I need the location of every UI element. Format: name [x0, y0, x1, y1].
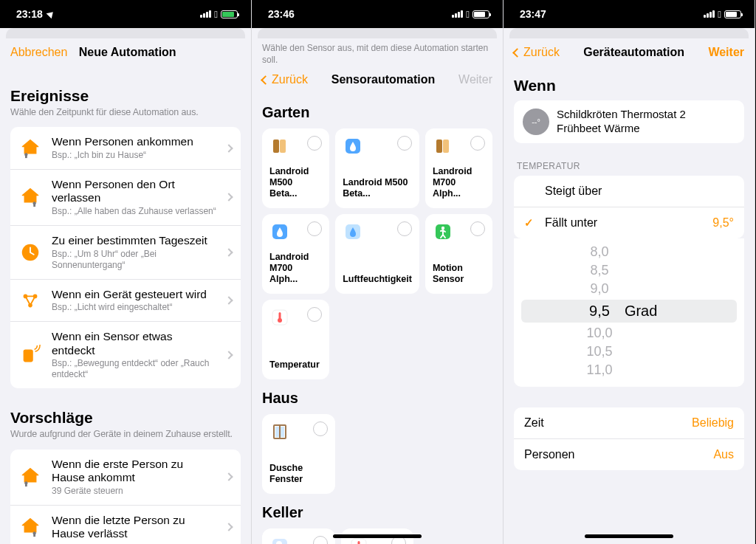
suggestions-heading: Vorschläge [10, 409, 241, 427]
picker-row[interactable]: 10,5 [514, 342, 744, 361]
content-scroll[interactable]: Ereignisse Wähle den Zeitpunkt für diese… [0, 66, 251, 544]
next-button[interactable]: Weiter [708, 46, 744, 59]
event-row-arrive[interactable]: Wenn Personen ankommen Bsp.: „Ich bin zu… [10, 127, 241, 169]
navbar: Zurück Geräteautomation Weiter [504, 38, 755, 66]
home-indicator[interactable] [585, 534, 673, 538]
nav-title: Sensorautomation [331, 73, 435, 86]
radio-unchecked-icon[interactable] [307, 221, 322, 236]
status-bar: 23:46 􀙇 [252, 0, 503, 28]
suggestions-list: Wenn die erste Person zu Hause ankommt 3… [10, 450, 241, 544]
sensor-tile[interactable]: Temperatur [262, 300, 329, 379]
back-button[interactable]: Zurück [514, 46, 560, 59]
status-time: 23:47 [520, 8, 546, 20]
sensor-tile[interactable]: Landroid M700 Alph... [425, 128, 492, 208]
sensor-icon [18, 342, 43, 368]
back-button[interactable]: Zurück [262, 73, 308, 86]
sensor-tile[interactable]: Luftfeuchtigkeit [335, 214, 419, 294]
sensor-tile[interactable]: Dusche Fenster [262, 414, 335, 494]
screen-sensor-automation: 23:46 􀙇 Wähle den Sensor aus, mit dem di… [252, 0, 504, 544]
radio-unchecked-icon[interactable] [313, 421, 328, 436]
clock-icon [18, 240, 43, 265]
condition-time[interactable]: Zeit Beliebig [514, 407, 744, 438]
content-scroll[interactable]: Wenn --° Schildkröten Thermostat 2 Frühb… [504, 66, 755, 544]
picker-row[interactable]: 9,5Grad [521, 300, 737, 323]
svg-rect-13 [273, 140, 279, 153]
picker-row[interactable]: 8,0 [514, 243, 744, 261]
room-heading: Garten [262, 104, 492, 121]
sensor-tile[interactable]: Landroid M700 Alph... [262, 214, 329, 294]
suggestion-row-first-arrive[interactable]: Wenn die erste Person zu Hause ankommt 3… [10, 450, 241, 505]
svg-rect-3 [33, 204, 35, 207]
radio-unchecked-icon[interactable] [307, 307, 322, 322]
row-sub: 39 Geräte steuern [52, 486, 217, 497]
status-time: 23:18 [16, 8, 43, 20]
motion-icon [433, 221, 453, 242]
row-sub: Bsp.: „Alle haben das Zuhause verlassen“ [52, 206, 217, 217]
picker-value: 9,5 [589, 303, 610, 320]
row-title: Wenn ein Gerät gesteuert wird [52, 288, 217, 302]
chevron-right-icon [224, 296, 233, 304]
row-title: Wenn die erste Person zu Hause ankommt [52, 458, 217, 485]
suggestion-row-last-leave[interactable]: Wenn die letzte Person zu Hause verlässt [10, 505, 241, 544]
row-title: Wenn Personen ankommen [52, 135, 217, 149]
cancel-button[interactable]: Abbrechen [10, 46, 67, 59]
home-indicator[interactable] [333, 534, 422, 538]
picker-row[interactable]: 10,0 [514, 324, 744, 342]
tile-label: Landroid M500 Beta... [269, 166, 322, 199]
contact-icon [269, 136, 290, 156]
row-title: Wenn ein Sensor etwas entdeckt [52, 330, 217, 357]
picker-row[interactable]: 11,0 [514, 361, 744, 379]
event-row-time[interactable]: Zu einer bestimmten Tageszeit Bsp.: „Um … [10, 225, 241, 279]
radio-unchecked-icon[interactable] [470, 221, 485, 236]
temperature-picker[interactable]: 8,08,59,09,5Grad10,010,511,0 [514, 238, 744, 387]
sensor-tile[interactable]: Landroid M500 Beta... [335, 128, 419, 208]
temp-icon [269, 307, 290, 328]
picker-row[interactable]: 9,0 [514, 280, 744, 298]
suggestions-sub: Wurde aufgrund der Geräte in deinem Zuha… [10, 428, 241, 440]
sensor-tile[interactable] [262, 528, 335, 544]
sensor-tile[interactable]: Motion Sensor [425, 214, 492, 294]
signal-icon [200, 10, 211, 18]
picker-value: 8,5 [590, 263, 608, 278]
condition-people[interactable]: Personen Aus [514, 438, 744, 470]
nav-title: Neue Automation [79, 46, 176, 59]
events-sub: Wähle den Zeitpunkt für diese Automation… [10, 106, 241, 118]
svg-point-24 [278, 318, 282, 323]
svg-rect-27 [275, 427, 279, 437]
svg-rect-31 [357, 541, 360, 544]
radio-unchecked-icon[interactable] [470, 136, 485, 151]
event-row-leave[interactable]: Wenn Personen den Ort verlassen Bsp.: „A… [10, 169, 241, 225]
tiles-grid: Landroid M500 Beta...Landroid M500 Beta.… [262, 128, 492, 379]
radio-unchecked-icon[interactable] [397, 221, 412, 236]
screen-new-automation: 23:18 􀙇 Abbrechen Neue Automation Ereign… [0, 0, 252, 544]
hint-text: Wähle den Sensor aus, mit dem diese Auto… [252, 38, 503, 66]
device-row[interactable]: --° Schildkröten Thermostat 2 Frühbeet W… [514, 100, 744, 143]
next-button[interactable]: Weiter [458, 73, 492, 86]
tile-label: Luftfeuchtigkeit [343, 274, 412, 285]
tile-label: Landroid M700 Alph... [433, 166, 485, 199]
house-arrive-icon [18, 136, 43, 161]
threshold-rises-above[interactable]: Steigt über [514, 176, 744, 207]
svg-rect-12 [33, 534, 35, 537]
row-sub: Bsp.: „Bewegung entdeckt“ oder „Rauch en… [52, 358, 217, 380]
radio-unchecked-icon[interactable] [307, 136, 322, 151]
radio-unchecked-icon[interactable] [397, 136, 412, 151]
window-icon [269, 421, 290, 442]
chevron-right-icon [224, 351, 233, 359]
content-scroll[interactable]: GartenLandroid M500 Beta...Landroid M500… [252, 94, 503, 544]
event-row-sensor[interactable]: Wenn ein Sensor etwas entdeckt Bsp.: „Be… [10, 321, 241, 388]
picker-value: 9,0 [590, 281, 608, 297]
event-row-accessory[interactable]: Wenn ein Gerät gesteuert wird Bsp.: „Lic… [10, 279, 241, 322]
accessory-icon [18, 288, 43, 313]
picker-row[interactable]: 8,5 [514, 261, 744, 280]
threshold-falls-below[interactable]: ✓ Fällt unter 9,5° [514, 207, 744, 238]
sheet-backdrop [509, 28, 749, 38]
status-bar: 23:18 􀙇 [0, 0, 251, 28]
chevron-right-icon [224, 248, 233, 256]
row-sub: Bsp.: „Um 8 Uhr“ oder „Bei Sonnenunterga… [52, 249, 217, 271]
radio-unchecked-icon[interactable] [313, 536, 328, 544]
battery-icon [472, 10, 489, 18]
sensor-tile[interactable]: Landroid M500 Beta... [262, 128, 329, 208]
svg-point-21 [441, 227, 444, 230]
when-heading: Wenn [514, 77, 744, 94]
